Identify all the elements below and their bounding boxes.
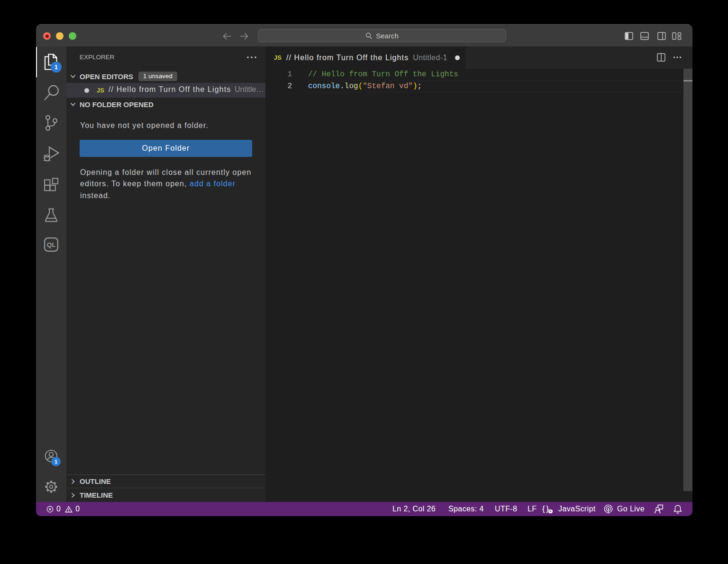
svg-text:QL: QL [47, 241, 56, 248]
